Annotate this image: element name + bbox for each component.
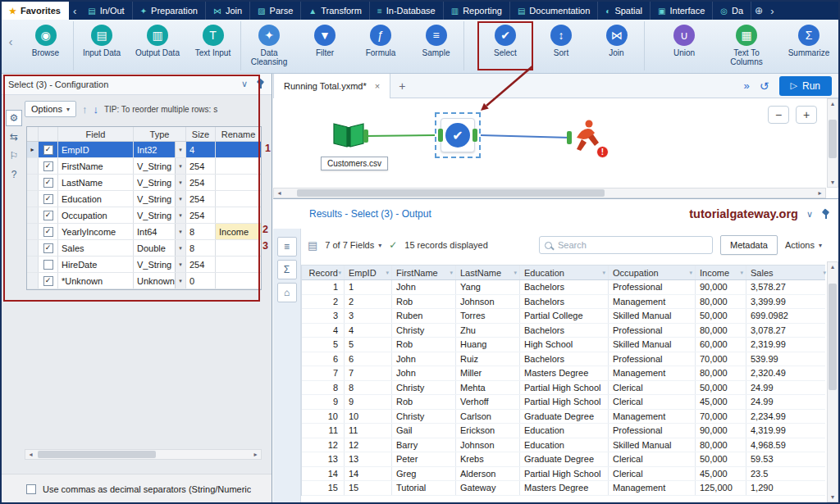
- field-row[interactable]: EmpID Int32▾ 4: [27, 142, 261, 158]
- field-rename-cell[interactable]: [216, 240, 261, 256]
- result-row[interactable]: 12 12 Barry Johnson Education Skilled Ma…: [302, 438, 825, 453]
- result-row[interactable]: 5 5 Rob Huang High School Skilled Manual…: [302, 338, 825, 352]
- checkbox[interactable]: [43, 260, 53, 270]
- output-input-anchor[interactable]: [567, 131, 572, 144]
- field-row[interactable]: Sales Double▾ 8: [27, 240, 261, 257]
- ribbon-tab[interactable]: ▤ Documentation: [510, 2, 598, 20]
- output-tool-node[interactable]: !: [570, 118, 606, 157]
- toolbar-scroll-left-icon[interactable]: ‹: [3, 21, 18, 48]
- column-header[interactable]: Sales: [746, 266, 829, 279]
- ribbon-tab[interactable]: ◐ Spatial: [598, 2, 651, 20]
- toolbar-tool[interactable]: ⋈ Join: [589, 21, 645, 70]
- canvas-vertical-scrollbar[interactable]: ▴ ▾: [827, 98, 838, 188]
- field-checkbox[interactable]: [39, 240, 58, 256]
- type-dropdown-arrow-icon[interactable]: ▾: [175, 257, 185, 272]
- pin-icon[interactable]: [821, 209, 830, 220]
- field-row[interactable]: LastName V_String▾ 254: [27, 175, 261, 191]
- cell-viewer-icon[interactable]: ▤: [308, 239, 317, 252]
- field-type-dropdown[interactable]: Int64▾: [134, 224, 186, 239]
- column-header[interactable]: Occupation: [609, 266, 696, 279]
- scroll-up-icon[interactable]: ▴: [828, 99, 838, 108]
- field-type-dropdown[interactable]: V_String▾: [134, 257, 186, 272]
- workflow-tab[interactable]: Running Total.yxmd* ×: [273, 74, 390, 98]
- tab-overflow-icon[interactable]: »: [739, 79, 755, 92]
- history-icon[interactable]: ↺: [755, 79, 774, 93]
- toolbar-tool[interactable]: ▤ Input Data: [74, 21, 130, 70]
- result-row[interactable]: 2 2 Rob Johnson Bachelors Management 80,…: [302, 295, 825, 310]
- search-input[interactable]: [556, 239, 707, 251]
- field-rename-cell[interactable]: [216, 257, 261, 272]
- canvas-horizontal-scrollbar[interactable]: ◂ ▸: [273, 188, 826, 198]
- field-rename-cell[interactable]: [216, 175, 261, 190]
- field-rename-cell[interactable]: [216, 273, 261, 288]
- checkbox-column-header[interactable]: [39, 127, 58, 141]
- result-row[interactable]: 1 1 John Yang Bachelors Professional 90,…: [302, 280, 825, 295]
- annotation-tag-icon[interactable]: ⚐: [6, 148, 22, 164]
- result-row[interactable]: 10 10 Christy Carlson Graduate Degree Ma…: [302, 410, 825, 425]
- field-rename-cell[interactable]: [216, 142, 261, 157]
- column-header[interactable]: FirstName: [392, 266, 456, 279]
- scrollbar-thumb[interactable]: [829, 120, 837, 158]
- result-row[interactable]: 11 11 Gail Erickson Education Profession…: [302, 424, 825, 438]
- navigation-icon[interactable]: ⇆: [6, 129, 22, 145]
- add-palette-icon[interactable]: ⊕: [751, 2, 766, 20]
- field-name-cell[interactable]: YearlyIncome: [58, 224, 134, 239]
- type-column-header[interactable]: Type: [134, 127, 186, 141]
- scrollbar-thumb[interactable]: [297, 189, 605, 197]
- ribbon-tab[interactable]: ▨ Parse: [250, 2, 301, 20]
- type-dropdown-arrow-icon[interactable]: ▾: [175, 142, 185, 157]
- result-row[interactable]: 6 6 John Ruiz Bachelors Professional 70,…: [302, 352, 825, 367]
- type-dropdown-arrow-icon[interactable]: ▾: [175, 175, 185, 190]
- field-checkbox[interactable]: [39, 158, 58, 174]
- field-size-cell[interactable]: 8: [186, 240, 216, 256]
- select-tool-node[interactable]: ✔: [435, 112, 481, 158]
- ribbon-tab[interactable]: ≡ In-Database: [370, 2, 444, 20]
- field-checkbox[interactable]: [39, 191, 58, 207]
- result-row[interactable]: 14 14 Greg Alderson Partial High School …: [302, 467, 825, 482]
- field-row[interactable]: Education V_String▾ 254: [27, 191, 261, 207]
- zoom-in-button[interactable]: +: [796, 106, 817, 124]
- column-header[interactable]: Education: [520, 266, 609, 279]
- type-dropdown-arrow-icon[interactable]: ▾: [175, 240, 185, 256]
- field-size-cell[interactable]: 0: [186, 273, 216, 288]
- rename-column-header[interactable]: Rename: [216, 127, 261, 141]
- field-name-cell[interactable]: FirstName: [58, 158, 134, 174]
- field-checkbox[interactable]: [39, 273, 58, 288]
- toolbar-tool[interactable]: T Text Input: [185, 21, 241, 70]
- collapse-chevron-icon[interactable]: ∨: [241, 79, 248, 89]
- row-handle[interactable]: [27, 191, 39, 207]
- ribbon-tab[interactable]: ▲ Transform: [301, 2, 370, 20]
- checkbox[interactable]: [43, 211, 53, 220]
- field-type-dropdown[interactable]: V_String▾: [134, 191, 186, 207]
- input-data-tool-node[interactable]: [332, 120, 365, 152]
- column-header[interactable]: Record: [302, 266, 345, 279]
- toolbar-tool[interactable]: ▼ Filter: [297, 21, 353, 70]
- type-dropdown-arrow-icon[interactable]: ▾: [175, 191, 185, 207]
- decimal-separator-checkbox[interactable]: [26, 484, 36, 494]
- move-up-button[interactable]: ↑: [82, 103, 88, 116]
- row-handle[interactable]: [27, 158, 39, 174]
- checkbox[interactable]: [43, 178, 53, 188]
- toolbar-tool[interactable]: ∪ Union: [656, 21, 712, 70]
- row-handle[interactable]: [27, 207, 39, 223]
- move-down-button[interactable]: ↓: [93, 103, 98, 116]
- toolbar-tool[interactable]: ✦ Data Cleansing: [241, 21, 297, 70]
- checkbox[interactable]: [43, 276, 53, 286]
- workflow-canvas[interactable]: − + Customers.csv ✔: [273, 98, 838, 198]
- field-name-cell[interactable]: HireDate: [58, 257, 134, 272]
- gear-icon[interactable]: ⚙: [6, 110, 22, 126]
- column-header[interactable]: EmpID: [345, 266, 392, 279]
- column-header[interactable]: Income: [696, 266, 746, 279]
- checkbox[interactable]: [43, 227, 53, 237]
- field-size-cell[interactable]: 4: [186, 142, 216, 157]
- field-name-cell[interactable]: Occupation: [58, 207, 134, 223]
- checkbox[interactable]: [43, 194, 53, 204]
- ribbon-tab[interactable]: ▥ Reporting: [444, 2, 510, 20]
- field-rename-cell[interactable]: Income: [216, 224, 261, 239]
- row-handle[interactable]: [27, 224, 39, 239]
- field-size-cell[interactable]: 254: [186, 175, 216, 190]
- toolbar-tool[interactable]: ≡ Sample: [409, 21, 464, 70]
- field-checkbox[interactable]: [39, 142, 58, 157]
- field-name-cell[interactable]: Education: [58, 191, 134, 207]
- map-view-icon[interactable]: ⌂: [277, 283, 297, 302]
